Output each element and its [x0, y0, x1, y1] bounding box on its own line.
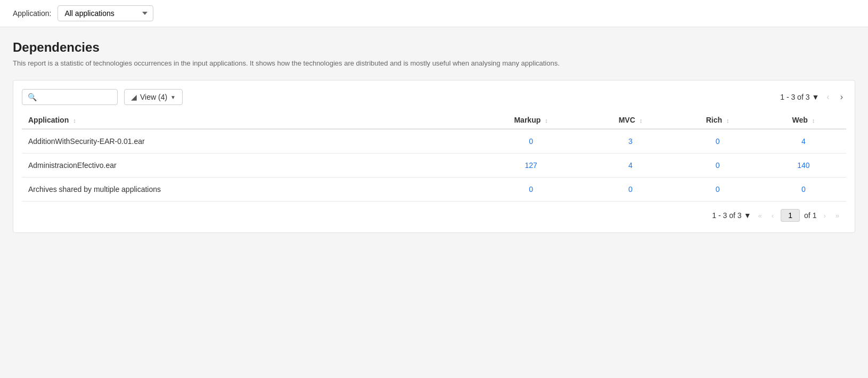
sort-icon-markup[interactable]: ↕ [545, 117, 548, 124]
cell-mvc-0[interactable]: 3 [587, 129, 675, 154]
col-header-rich: Rich ↕ [674, 111, 761, 129]
dependencies-card: 🔍 ◢ View (4) ▼ 1 - 3 of 3 ▼ ‹ › [13, 80, 855, 233]
table-row: AdministracionEfectivo.ear 127 4 0 140 [22, 154, 846, 178]
cell-application-1: AdministracionEfectivo.ear [22, 154, 475, 178]
search-input[interactable] [40, 93, 112, 101]
total-pages-label: of 1 [804, 211, 816, 220]
view-button[interactable]: ◢ View (4) ▼ [124, 89, 183, 105]
cell-application-2: Archives shared by multiple applications [22, 178, 475, 202]
top-bar: Application: All applications [0, 0, 868, 27]
app-select[interactable]: All applications [58, 5, 153, 21]
search-icon: 🔍 [28, 93, 37, 101]
sort-icon-mvc[interactable]: ↕ [640, 117, 643, 124]
col-header-web: Web ↕ [761, 111, 846, 129]
cell-rich-1[interactable]: 0 [674, 154, 761, 178]
pagination-range-top[interactable]: 1 - 3 of 3 ▼ [780, 93, 819, 101]
pagination-range-label-bottom: 1 - 3 of 3 [712, 211, 741, 220]
cell-web-0[interactable]: 4 [761, 129, 846, 154]
page-title: Dependencies [13, 40, 855, 55]
col-header-web-label: Web [792, 116, 808, 124]
cell-mvc-1[interactable]: 4 [587, 154, 675, 178]
table-row: AdditionWithSecurity-EAR-0.01.ear 0 3 0 … [22, 129, 846, 154]
sort-icon-web[interactable]: ↕ [812, 117, 815, 124]
app-filter-label: Application: [13, 9, 51, 18]
pagination-dropdown-icon: ▼ [812, 93, 819, 101]
sort-icon-rich[interactable]: ↕ [726, 117, 730, 124]
col-header-rich-label: Rich [706, 116, 722, 124]
filter-icon: ◢ [131, 93, 137, 101]
table-header-row: Application ↕ Markup ↕ MVC ↕ Rich ↕ [22, 111, 846, 129]
cell-rich-0[interactable]: 0 [674, 129, 761, 154]
next-page-button-bottom[interactable]: › [821, 210, 828, 221]
page-number-input[interactable] [781, 209, 800, 222]
prev-page-button-top[interactable]: ‹ [823, 90, 832, 104]
pagination-bottom: 1 - 3 of 3 ▼ « ‹ of 1 › » [22, 202, 846, 224]
cell-markup-1[interactable]: 127 [475, 154, 586, 178]
pagination-dropdown-icon-bottom: ▼ [744, 211, 751, 220]
last-page-button[interactable]: » [833, 210, 842, 221]
search-box: 🔍 [22, 89, 118, 105]
table-row: Archives shared by multiple applications… [22, 178, 846, 202]
prev-page-button-bottom[interactable]: ‹ [769, 210, 776, 221]
cell-application-0: AdditionWithSecurity-EAR-0.01.ear [22, 129, 475, 154]
col-header-markup: Markup ↕ [475, 111, 586, 129]
toolbar: 🔍 ◢ View (4) ▼ 1 - 3 of 3 ▼ ‹ › [22, 89, 846, 105]
dependencies-table: Application ↕ Markup ↕ MVC ↕ Rich ↕ [22, 111, 846, 202]
toolbar-left: 🔍 ◢ View (4) ▼ [22, 89, 183, 105]
cell-markup-2[interactable]: 0 [475, 178, 586, 202]
cell-rich-2[interactable]: 0 [674, 178, 761, 202]
col-header-markup-label: Markup [514, 116, 541, 124]
cell-mvc-2[interactable]: 0 [587, 178, 675, 202]
pagination-range-bottom[interactable]: 1 - 3 of 3 ▼ [712, 211, 751, 220]
view-button-label: View (4) [140, 93, 167, 101]
pagination-top: 1 - 3 of 3 ▼ ‹ › [780, 90, 846, 104]
pagination-range-label-top: 1 - 3 of 3 [780, 93, 809, 101]
col-header-application-label: Application [28, 116, 69, 124]
col-header-application: Application ↕ [22, 111, 475, 129]
cell-markup-0[interactable]: 0 [475, 129, 586, 154]
first-page-button[interactable]: « [755, 210, 764, 221]
next-page-button-top[interactable]: › [837, 90, 846, 104]
cell-web-2[interactable]: 0 [761, 178, 846, 202]
cell-web-1[interactable]: 140 [761, 154, 846, 178]
col-header-mvc-label: MVC [619, 116, 635, 124]
sort-icon-application[interactable]: ↕ [73, 117, 76, 124]
chevron-down-icon: ▼ [170, 94, 176, 100]
col-header-mvc: MVC ↕ [587, 111, 675, 129]
main-content: Dependencies This report is a statistic … [0, 27, 868, 377]
page-description: This report is a statistic of technologi… [13, 59, 855, 67]
